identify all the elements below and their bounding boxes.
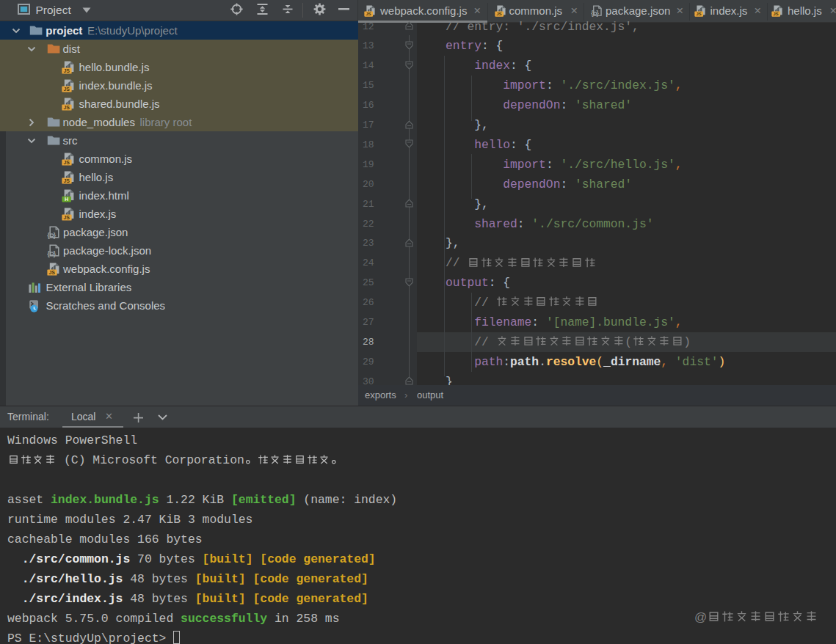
- svg-text:JS: JS: [64, 160, 70, 165]
- svg-text:H: H: [65, 196, 68, 202]
- svg-text:JS: JS: [64, 68, 70, 73]
- svg-text:JS: JS: [48, 270, 55, 275]
- svg-text:JS: JS: [64, 105, 70, 110]
- svg-text:JS: JS: [696, 11, 702, 16]
- svg-text:JS: JS: [64, 215, 70, 220]
- svg-text:{: {: [47, 230, 50, 238]
- svg-text:{: {: [47, 249, 50, 257]
- svg-text:JS: JS: [64, 178, 70, 183]
- svg-text:JS: JS: [773, 11, 779, 16]
- svg-text:JS: JS: [496, 11, 502, 16]
- svg-text:JS: JS: [64, 87, 70, 92]
- svg-text:JS: JS: [366, 11, 371, 16]
